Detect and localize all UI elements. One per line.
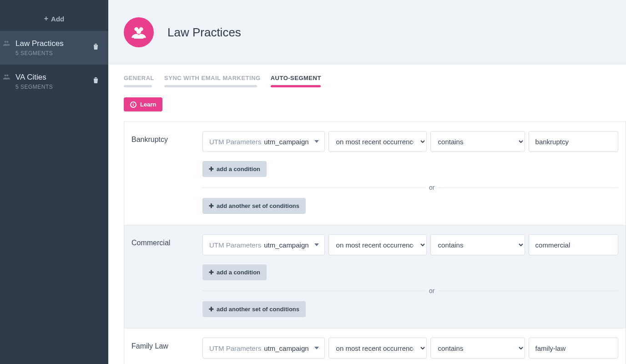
tab-underline — [164, 85, 257, 87]
chevron-down-icon — [314, 347, 319, 349]
param-dropdown[interactable]: UTM Parameters utm_campaign — [202, 338, 325, 359]
operator-select[interactable]: contains — [430, 234, 525, 255]
tab[interactable]: AUTO-SEGMENT — [271, 75, 321, 87]
param-value: utm_campaign — [264, 241, 308, 249]
add-condition-set-button[interactable]: ✚add another set of conditions — [202, 301, 306, 317]
plus-icon: ✚ — [209, 269, 214, 276]
tab[interactable]: GENERAL — [124, 75, 154, 87]
tab-label: GENERAL — [124, 75, 154, 85]
value-input[interactable] — [529, 234, 618, 255]
add-set-label: add another set of conditions — [217, 202, 299, 209]
sidebar-item-title: Law Practices — [15, 39, 99, 48]
add-condition-button[interactable]: ✚add a condition — [202, 264, 267, 280]
param-value: utm_campaign — [264, 344, 308, 352]
trash-icon[interactable] — [93, 77, 98, 85]
segment-row: CommercialUTM Parameters utm_campaignon … — [124, 225, 626, 329]
param-group-label: UTM Parameters — [209, 138, 261, 146]
segment-name: Bankruptcy — [131, 131, 202, 214]
trash-icon[interactable] — [93, 44, 98, 51]
sidebar-item-title: VA Cities — [15, 73, 99, 82]
occurrence-select[interactable]: on most recent occurrence — [328, 338, 427, 359]
condition-row: UTM Parameters utm_campaignon most recen… — [202, 338, 618, 359]
sidebar: + Add Law Practices5 SEGMENTSVA Cities5 … — [0, 0, 108, 364]
add-condition-set-button[interactable]: ✚add another set of conditions — [202, 198, 306, 214]
users-group-icon — [124, 17, 154, 47]
sidebar-item-sub: 5 SEGMENTS — [15, 84, 99, 90]
sidebar-item[interactable]: VA Cities5 SEGMENTS — [0, 65, 108, 98]
page-header: Law Practices — [108, 0, 626, 65]
condition-row: UTM Parameters utm_campaignon most recen… — [202, 131, 618, 152]
param-group-label: UTM Parameters — [209, 241, 261, 249]
segment-row: BankruptcyUTM Parameters utm_campaignon … — [124, 122, 626, 225]
or-separator: or — [202, 286, 618, 296]
or-label: or — [425, 287, 438, 294]
param-dropdown[interactable]: UTM Parameters utm_campaign — [202, 234, 325, 255]
or-label: or — [425, 184, 438, 191]
users-icon — [3, 40, 10, 48]
add-condition-button[interactable]: ✚add a condition — [202, 161, 267, 177]
occurrence-select[interactable]: on most recent occurrence — [328, 131, 427, 152]
tab-underline — [271, 85, 321, 87]
occurrence-select[interactable]: on most recent occurrence — [328, 234, 427, 255]
tab-label: SYNC WITH EMAIL MARKETING — [164, 75, 261, 85]
add-button[interactable]: + Add — [0, 6, 108, 31]
tab[interactable]: SYNC WITH EMAIL MARKETING — [164, 75, 261, 87]
add-set-label: add another set of conditions — [217, 306, 299, 313]
segment-name: Commercial — [131, 234, 202, 317]
tab-label: AUTO-SEGMENT — [271, 75, 321, 85]
add-condition-label: add a condition — [217, 269, 260, 276]
operator-select[interactable]: contains — [430, 338, 525, 359]
segment-name: Family Law — [131, 338, 202, 364]
svg-point-1 — [6, 41, 8, 43]
param-group-label: UTM Parameters — [209, 344, 261, 352]
svg-point-6 — [136, 29, 141, 34]
learn-label: Learn — [140, 101, 156, 108]
svg-point-2 — [5, 75, 6, 76]
segments-list: BankruptcyUTM Parameters utm_campaignon … — [124, 121, 626, 364]
operator-select[interactable]: contains — [430, 131, 525, 152]
param-dropdown[interactable]: UTM Parameters utm_campaign — [202, 131, 325, 152]
tabs: GENERALSYNC WITH EMAIL MARKETINGAUTO-SEG… — [108, 65, 626, 92]
value-input[interactable] — [529, 131, 618, 152]
sidebar-item-sub: 5 SEGMENTS — [15, 50, 99, 56]
toolbar: i Learn — [108, 92, 626, 121]
plus-icon: ✚ — [209, 202, 214, 209]
add-condition-label: add a condition — [217, 166, 260, 172]
chevron-down-icon — [314, 243, 319, 246]
sidebar-item[interactable]: Law Practices5 SEGMENTS — [0, 31, 108, 65]
svg-point-3 — [6, 75, 8, 76]
or-separator: or — [202, 182, 618, 192]
add-label: Add — [51, 15, 64, 23]
chevron-down-icon — [314, 140, 319, 143]
learn-button[interactable]: i Learn — [124, 97, 162, 111]
page-title: Law Practices — [167, 25, 241, 40]
plus-icon: ✚ — [209, 306, 214, 313]
segment-row: Family LawUTM Parameters utm_campaignon … — [124, 329, 626, 364]
main: Law Practices GENERALSYNC WITH EMAIL MAR… — [108, 0, 626, 364]
svg-point-0 — [5, 41, 6, 43]
plus-icon: ✚ — [209, 166, 214, 172]
users-icon — [3, 74, 10, 82]
condition-row: UTM Parameters utm_campaignon most recen… — [202, 234, 618, 255]
info-icon: i — [130, 101, 136, 108]
tab-underline — [124, 85, 152, 87]
param-value: utm_campaign — [264, 138, 308, 146]
value-input[interactable] — [529, 338, 618, 359]
plus-icon: + — [44, 15, 48, 23]
